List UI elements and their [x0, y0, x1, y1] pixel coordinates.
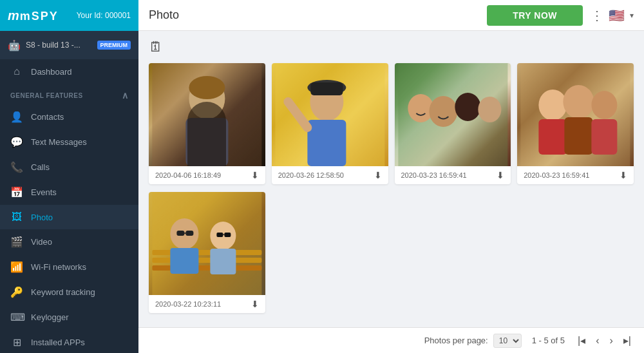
next-page-button[interactable]: ›: [607, 334, 616, 348]
svg-rect-20: [592, 119, 618, 155]
svg-rect-19: [565, 117, 593, 155]
home-icon: ⌂: [10, 66, 23, 77]
first-page-button[interactable]: |◂: [575, 333, 588, 348]
download-icon-1[interactable]: ⬇: [251, 170, 259, 180]
app-name-text: mSPY: [20, 10, 59, 23]
svg-rect-21: [152, 192, 261, 295]
top-bar: Photo TRY NOW ⋮ 🇺🇸 ▾: [138, 0, 644, 31]
sidebar-item-photo[interactable]: 🖼 Photo: [0, 205, 138, 229]
chevron-up-icon: ∧: [122, 90, 129, 100]
photo-thumb-1[interactable]: [149, 63, 265, 166]
photo-meta-1: 2020-04-06 16:18:49 ⬇: [149, 166, 265, 184]
svg-point-11: [429, 96, 457, 127]
photo-meta-3: 2020-03-23 16:59:41 ⬇: [395, 166, 511, 184]
photo-thumb-3[interactable]: [395, 63, 511, 166]
events-label: Events: [31, 187, 57, 197]
prev-page-button[interactable]: ‹: [593, 334, 601, 348]
events-icon: 📅: [10, 186, 23, 198]
photo-thumb-2[interactable]: [272, 63, 388, 166]
page-title: Photo: [149, 8, 479, 22]
photo-meta-4: 2020-03-23 16:59:41 ⬇: [517, 166, 634, 184]
svg-rect-26: [170, 248, 198, 274]
video-label: Video: [31, 237, 52, 247]
sidebar-item-dashboard[interactable]: ⌂ Dashboard: [0, 59, 138, 84]
calls-icon: 📞: [10, 161, 23, 173]
keyword-icon: 🔑: [10, 286, 23, 298]
premium-badge: PREMIUM: [97, 41, 131, 50]
photo-icon: 🖼: [10, 211, 23, 223]
pagination-bar: Photos per page: 10 25 50 1 - 5 of 5 |◂ …: [138, 327, 644, 353]
sidebar-item-keyword-tracking[interactable]: 🔑 Keyword tracking: [0, 280, 138, 305]
general-features-label: GENERAL FEATURES: [10, 92, 83, 99]
user-id-value: 000001: [105, 11, 131, 20]
messages-icon: 💬: [10, 136, 23, 148]
keyword-tracking-label: Keyword tracking: [31, 287, 95, 297]
device-bar: 🤖 S8 - build 13 -... PREMIUM: [0, 31, 138, 59]
svg-rect-28: [185, 231, 193, 236]
content-area: 🗓 2020-0: [138, 31, 644, 327]
photo-date-1: 2020-04-06 16:18:49: [155, 171, 221, 179]
photo-grid-row1: 2020-04-06 16:18:49 ⬇: [149, 63, 634, 184]
svg-rect-8: [310, 82, 343, 95]
photo-item-2: 2020-03-26 12:58:50 ⬇: [272, 63, 388, 184]
page-range: 1 - 5 of 5: [532, 336, 565, 345]
dashboard-label: Dashboard: [31, 67, 72, 77]
sidebar-item-contacts[interactable]: 👤 Contacts: [0, 104, 138, 129]
contacts-label: Contacts: [31, 112, 64, 122]
svg-rect-23: [152, 258, 261, 263]
svg-point-17: [592, 91, 618, 119]
user-id-prefix: Your Id:: [77, 11, 103, 20]
try-now-button[interactable]: TRY NOW: [487, 5, 583, 26]
svg-rect-18: [539, 119, 567, 155]
app-logo: mmSPY: [8, 8, 59, 23]
download-icon-4[interactable]: ⬇: [620, 170, 627, 180]
text-messages-label: Text Messages: [31, 137, 87, 147]
sidebar-item-video[interactable]: 🎬 Video: [0, 229, 138, 254]
svg-rect-22: [152, 250, 261, 255]
photo-thumb-4[interactable]: [517, 63, 634, 166]
wifi-icon: 📶: [10, 261, 23, 273]
main-content: Photo TRY NOW ⋮ 🇺🇸 ▾ 🗓: [138, 0, 644, 353]
download-icon-2[interactable]: ⬇: [374, 170, 382, 180]
general-features-header: GENERAL FEATURES ∧: [0, 84, 138, 104]
installed-apps-label: Installed APPs: [31, 338, 85, 347]
language-flag[interactable]: 🇺🇸: [609, 8, 625, 23]
video-icon: 🎬: [10, 236, 23, 248]
sidebar: mmSPY Your Id: 000001 🤖 S8 - build 13 -.…: [0, 0, 138, 353]
photo-item-3: 2020-03-23 16:59:41 ⬇: [395, 63, 511, 184]
photo-date-5: 2020-03-22 10:23:11: [155, 300, 221, 308]
more-options-icon[interactable]: ⋮: [591, 8, 603, 23]
svg-point-12: [455, 93, 480, 121]
android-icon: 🤖: [8, 39, 21, 52]
keylogger-label: Keylogger: [31, 312, 69, 322]
last-page-button[interactable]: ▸|: [621, 333, 634, 348]
language-dropdown-icon[interactable]: ▾: [630, 11, 634, 20]
user-id-label: Your Id: 000001: [77, 11, 131, 20]
download-icon-3[interactable]: ⬇: [497, 170, 504, 180]
photo-meta-5: 2020-03-22 10:23:11 ⬇: [149, 295, 265, 313]
sidebar-item-keylogger[interactable]: ⌨ Keylogger: [0, 305, 138, 330]
sidebar-item-events[interactable]: 📅 Events: [0, 180, 138, 205]
photo-item-5: 2020-03-22 10:23:11 ⬇: [149, 192, 265, 313]
sidebar-item-calls[interactable]: 📞 Calls: [0, 155, 138, 180]
sidebar-header: mmSPY Your Id: 000001: [0, 0, 138, 31]
apps-icon: ⊞: [10, 336, 23, 348]
calls-label: Calls: [31, 162, 50, 172]
calendar-icon[interactable]: 🗓: [149, 39, 163, 55]
sidebar-scroll: ⌂ Dashboard GENERAL FEATURES ∧ 👤 Contact…: [0, 59, 138, 353]
download-icon-5[interactable]: ⬇: [251, 299, 259, 309]
photo-meta-2: 2020-03-26 12:58:50 ⬇: [272, 166, 388, 184]
photo-thumb-5[interactable]: [149, 192, 265, 295]
sidebar-item-text-messages[interactable]: 💬 Text Messages: [0, 129, 138, 155]
sidebar-item-wifi[interactable]: 📶 Wi-Fi networks: [0, 254, 138, 280]
photo-item-1: 2020-04-06 16:18:49 ⬇: [149, 63, 265, 184]
photo-date-3: 2020-03-23 16:59:41: [401, 171, 467, 179]
contacts-icon: 👤: [10, 111, 23, 123]
per-page-select[interactable]: 10 25 50: [493, 334, 522, 348]
wifi-label: Wi-Fi networks: [31, 262, 86, 272]
photo-date-4: 2020-03-23 16:59:41: [524, 171, 589, 179]
sidebar-item-installed-apps[interactable]: ⊞ Installed APPs: [0, 330, 138, 353]
photo-item-4: 2020-03-23 16:59:41 ⬇: [517, 63, 634, 184]
svg-rect-33: [224, 233, 231, 237]
top-bar-actions: ⋮ 🇺🇸 ▾: [591, 8, 634, 23]
